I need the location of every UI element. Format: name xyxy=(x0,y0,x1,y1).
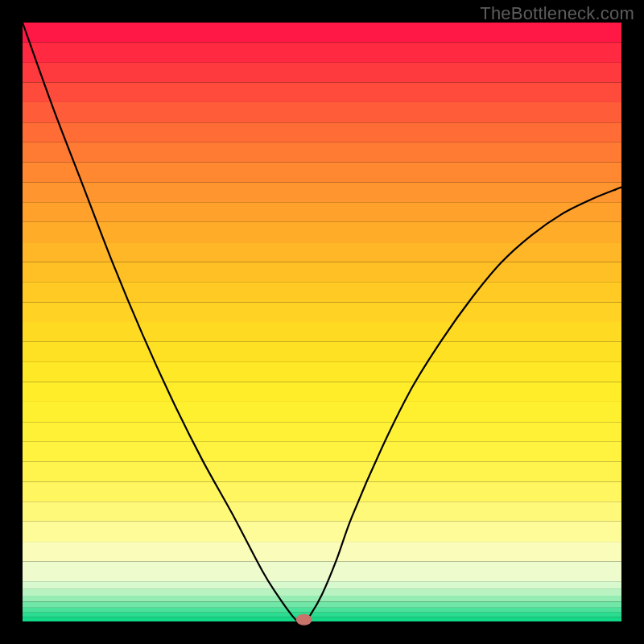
gradient-band xyxy=(23,302,621,322)
gradient-band xyxy=(23,422,621,442)
gradient-band xyxy=(23,601,621,607)
gradient-band xyxy=(23,202,621,222)
gradient-band xyxy=(23,442,621,462)
gradient-band xyxy=(23,362,621,382)
gradient-band xyxy=(23,63,621,83)
gradient-band xyxy=(23,23,621,43)
gradient-band xyxy=(23,183,621,203)
gradient-band xyxy=(23,43,621,63)
chart-frame: TheBottleneck.com xyxy=(0,0,644,644)
gradient-band xyxy=(23,522,621,542)
bottleneck-chart xyxy=(0,0,644,644)
gradient-band xyxy=(23,262,621,283)
watermark-label: TheBottleneck.com xyxy=(480,3,634,24)
gradient-band xyxy=(23,502,621,522)
gradient-band xyxy=(23,342,621,362)
gradient-band xyxy=(23,562,621,582)
gradient-band xyxy=(23,402,621,422)
gradient-band xyxy=(23,142,621,163)
gradient-band xyxy=(23,596,621,601)
gradient-band xyxy=(23,613,621,617)
gradient-band xyxy=(23,461,621,481)
gradient-band xyxy=(23,322,621,342)
gradient-band xyxy=(23,222,621,242)
gradient-band xyxy=(23,102,621,122)
gradient-band xyxy=(23,282,621,302)
gradient-band xyxy=(23,242,621,262)
gradient-band xyxy=(23,122,621,142)
optimal-marker xyxy=(296,614,312,625)
gradient-band xyxy=(23,382,621,402)
gradient-band xyxy=(23,608,621,613)
gradient-band xyxy=(23,581,621,588)
gradient-band xyxy=(23,542,621,562)
gradient-band xyxy=(23,617,621,621)
gradient-band xyxy=(23,162,621,182)
gradient-band xyxy=(23,82,621,102)
gradient-band xyxy=(23,482,621,502)
